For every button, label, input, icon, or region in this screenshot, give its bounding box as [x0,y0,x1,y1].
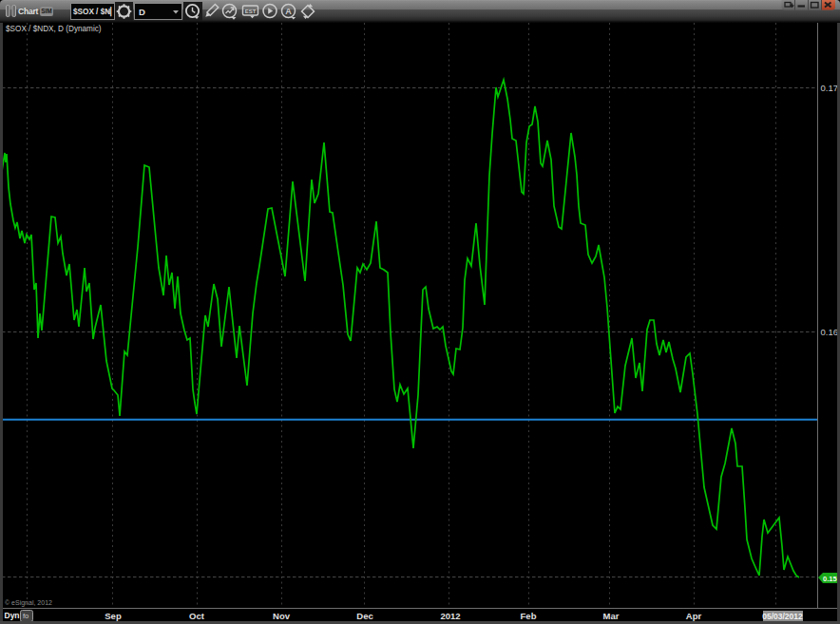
svg-text:Dyn: Dyn [5,611,20,620]
svg-text:SIM: SIM [41,8,52,14]
svg-text:Dec: Dec [356,611,372,621]
svg-text:$SOX / $N▏: $SOX / $N▏ [73,7,116,17]
svg-text:Sep: Sep [105,611,122,621]
svg-text:A: A [285,7,292,16]
svg-text:Feb: Feb [521,611,537,621]
svg-text:Oct: Oct [189,611,205,621]
svg-text:05/03/2012: 05/03/2012 [762,612,803,621]
svg-text:0.17: 0.17 [821,83,839,93]
svg-text:EST: EST [245,9,257,14]
svg-text:© eSignal, 2012: © eSignal, 2012 [5,599,52,607]
svg-text:fo: fo [23,612,29,620]
svg-text:D: D [139,7,145,17]
svg-text:Mar: Mar [603,611,620,621]
svg-text:$SOX / $NDX, D (Dynamic): $SOX / $NDX, D (Dynamic) [6,25,102,33]
svg-text:2012: 2012 [440,611,460,621]
svg-text:Nov: Nov [273,611,291,621]
svg-text:0.16: 0.16 [821,327,839,337]
svg-text:Apr: Apr [686,611,702,621]
svg-text:0.15: 0.15 [823,575,837,583]
